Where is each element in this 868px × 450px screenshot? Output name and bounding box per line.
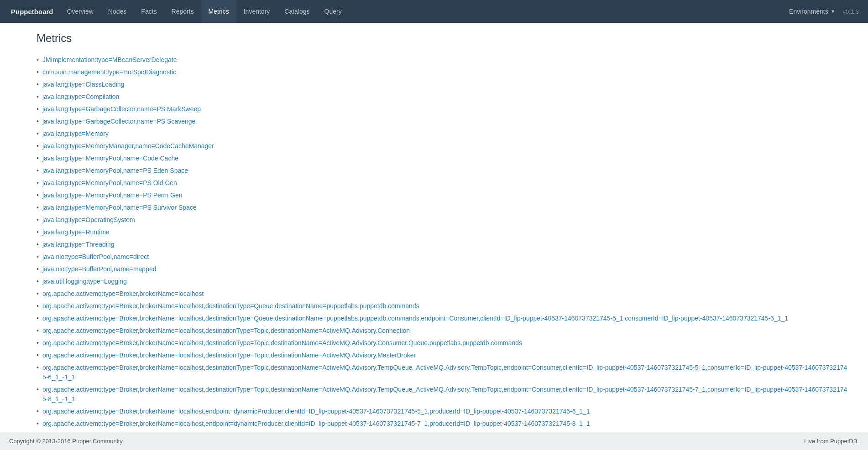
nav-link-nodes[interactable]: Nodes: [101, 0, 134, 23]
footer: Copyright © 2013-2016 Puppet Community. …: [0, 432, 868, 450]
nav-item-reports[interactable]: Reports: [164, 0, 201, 23]
metric-link[interactable]: java.lang:type=MemoryManager,name=CodeCa…: [42, 141, 214, 151]
list-item: java.lang:type=MemoryPool,name=PS Eden S…: [37, 165, 850, 177]
metric-link[interactable]: org.apache.activemq:type=Broker,brokerNa…: [42, 314, 788, 323]
nav-environments[interactable]: Environments ▼: [782, 0, 842, 23]
list-item: java.lang:type=GarbageCollector,name=PS …: [37, 115, 850, 128]
list-item: java.lang:type=MemoryPool,name=Code Cach…: [37, 152, 850, 165]
nav-item-overview[interactable]: Overview: [60, 0, 101, 23]
list-item: java.lang:type=OperatingSystem: [37, 214, 850, 226]
nav-brand[interactable]: Puppetboard: [5, 8, 60, 16]
nav-item-metrics[interactable]: Metrics: [201, 0, 236, 23]
metric-link[interactable]: org.apache.activemq:type=Broker,brokerNa…: [42, 301, 419, 311]
list-item: java.lang:type=MemoryManager,name=CodeCa…: [37, 140, 850, 152]
metric-link[interactable]: java.lang:type=Memory: [42, 129, 109, 139]
metric-link[interactable]: org.apache.activemq:type=Broker,brokerNa…: [42, 326, 410, 336]
navbar: Puppetboard OverviewNodesFactsReportsMet…: [0, 0, 868, 23]
list-item: org.apache.activemq:type=Broker,brokerNa…: [37, 337, 850, 349]
metric-link[interactable]: org.apache.activemq:type=Broker,brokerNa…: [42, 289, 204, 299]
nav-link-reports[interactable]: Reports: [164, 0, 201, 23]
list-item: org.apache.activemq:type=Broker,brokerNa…: [37, 349, 850, 362]
nav-link-catalogs[interactable]: Catalogs: [277, 0, 317, 23]
list-item: com.sun.management:type=HotSpotDiagnosti…: [37, 66, 850, 78]
metric-link[interactable]: java.lang:type=MemoryPool,name=Code Cach…: [42, 154, 178, 163]
metric-link[interactable]: com.sun.management:type=HotSpotDiagnosti…: [42, 67, 176, 77]
list-item: java.lang:type=GarbageCollector,name=PS …: [37, 103, 850, 115]
metric-link[interactable]: java.lang:type=MemoryPool,name=PS Old Ge…: [42, 178, 177, 188]
metric-link[interactable]: org.apache.activemq:type=Broker,brokerNa…: [42, 363, 850, 382]
list-item: java.lang:type=MemoryPool,name=PS Perm G…: [37, 189, 850, 202]
list-item: org.apache.activemq:type=Broker,brokerNa…: [37, 288, 850, 300]
metric-link[interactable]: java.lang:type=Threading: [42, 240, 115, 249]
list-item: java.lang:type=Runtime: [37, 226, 850, 238]
list-item: org.apache.activemq:type=Broker,brokerNa…: [37, 383, 850, 405]
nav-item-inventory[interactable]: Inventory: [236, 0, 277, 23]
metric-link[interactable]: java.nio:type=BufferPool,name=direct: [42, 252, 149, 262]
nav-item-catalogs[interactable]: Catalogs: [277, 0, 317, 23]
nav-link-facts[interactable]: Facts: [134, 0, 164, 23]
nav-link-overview[interactable]: Overview: [60, 0, 101, 23]
chevron-down-icon: ▼: [831, 0, 836, 23]
list-item: java.nio:type=BufferPool,name=direct: [37, 251, 850, 263]
metric-link[interactable]: java.nio:type=BufferPool,name=mapped: [42, 264, 157, 274]
footer-copyright: Copyright © 2013-2016 Puppet Community.: [9, 438, 124, 445]
list-item: org.apache.activemq:type=Broker,brokerNa…: [37, 362, 850, 383]
metric-link[interactable]: org.apache.activemq:type=Broker,brokerNa…: [42, 419, 590, 429]
metrics-list: JMImplementation:type=MBeanServerDelegat…: [37, 54, 850, 450]
list-item: org.apache.activemq:type=Broker,brokerNa…: [37, 418, 850, 430]
metric-link[interactable]: java.lang:type=MemoryPool,name=PS Surviv…: [42, 203, 197, 212]
footer-live-from: Live from PuppetDB.: [804, 438, 859, 445]
metric-link[interactable]: java.lang:type=MemoryPool,name=PS Perm G…: [42, 191, 183, 200]
list-item: java.lang:type=Threading: [37, 238, 850, 251]
metric-link[interactable]: java.util.logging:type=Logging: [42, 277, 127, 286]
nav-item-query[interactable]: Query: [317, 0, 349, 23]
list-item: JMImplementation:type=MBeanServerDelegat…: [37, 54, 850, 66]
page-title: Metrics: [37, 32, 850, 45]
list-item: java.lang:type=Memory: [37, 128, 850, 140]
metric-link[interactable]: org.apache.activemq:type=Broker,brokerNa…: [42, 385, 850, 404]
nav-environments-label: Environments: [789, 0, 828, 23]
list-item: java.nio:type=BufferPool,name=mapped: [37, 263, 850, 275]
list-item: java.lang:type=Compilation: [37, 91, 850, 103]
metric-link[interactable]: org.apache.activemq:type=Broker,brokerNa…: [42, 351, 416, 360]
list-item: org.apache.activemq:type=Broker,brokerNa…: [37, 405, 850, 418]
nav-version: v0.1.3: [843, 8, 863, 15]
list-item: java.util.logging:type=Logging: [37, 275, 850, 288]
nav-link-metrics[interactable]: Metrics: [201, 0, 236, 23]
metric-link[interactable]: java.lang:type=GarbageCollector,name=PS …: [42, 117, 195, 126]
metric-link[interactable]: org.apache.activemq:type=Broker,brokerNa…: [42, 338, 522, 348]
nav-item-facts[interactable]: Facts: [134, 0, 164, 23]
list-item: java.lang:type=MemoryPool,name=PS Old Ge…: [37, 177, 850, 189]
nav-item-nodes[interactable]: Nodes: [101, 0, 134, 23]
list-item: java.lang:type=MemoryPool,name=PS Surviv…: [37, 202, 850, 214]
main-content: Metrics JMImplementation:type=MBeanServe…: [0, 23, 868, 450]
metric-link[interactable]: org.apache.activemq:type=Broker,brokerNa…: [42, 407, 590, 416]
nav-link-inventory[interactable]: Inventory: [236, 0, 277, 23]
metric-link[interactable]: java.lang:type=ClassLoading: [42, 80, 124, 89]
metric-link[interactable]: java.lang:type=MemoryPool,name=PS Eden S…: [42, 166, 188, 176]
list-item: java.lang:type=ClassLoading: [37, 78, 850, 91]
nav-menu: OverviewNodesFactsReportsMetricsInventor…: [60, 0, 782, 23]
nav-environments-link[interactable]: Environments ▼: [782, 0, 842, 23]
metric-link[interactable]: java.lang:type=GarbageCollector,name=PS …: [42, 104, 201, 114]
metric-link[interactable]: java.lang:type=OperatingSystem: [42, 215, 135, 225]
list-item: org.apache.activemq:type=Broker,brokerNa…: [37, 300, 850, 312]
metric-link[interactable]: java.lang:type=Runtime: [42, 228, 110, 237]
list-item: org.apache.activemq:type=Broker,brokerNa…: [37, 312, 850, 325]
metric-link[interactable]: java.lang:type=Compilation: [42, 92, 120, 102]
metric-link[interactable]: JMImplementation:type=MBeanServerDelegat…: [42, 55, 177, 65]
list-item: org.apache.activemq:type=Broker,brokerNa…: [37, 325, 850, 337]
nav-link-query[interactable]: Query: [317, 0, 349, 23]
